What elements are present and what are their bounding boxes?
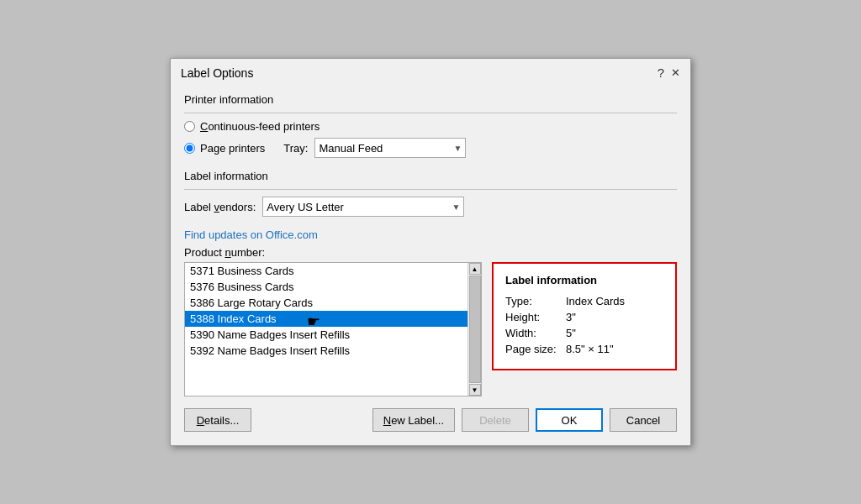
- width-key: Width:: [505, 327, 566, 339]
- label-info-pagesize-row: Page size: 8.5" × 11": [505, 343, 663, 355]
- product-item[interactable]: 5388 Index Cards: [185, 311, 467, 327]
- close-icon[interactable]: ✕: [671, 66, 680, 79]
- pagesize-val: 8.5" × 11": [566, 343, 614, 355]
- product-item[interactable]: 5376 Business Cards: [185, 279, 467, 295]
- product-list-container: 5371 Business Cards5376 Business Cards53…: [184, 262, 482, 396]
- label-info-height-row: Height: 3": [505, 311, 663, 323]
- vendor-value: Avery US Letter: [267, 201, 452, 213]
- product-item[interactable]: 5371 Business Cards: [185, 263, 467, 279]
- type-val: Index Cards: [566, 295, 625, 307]
- scroll-up-btn[interactable]: ▲: [469, 263, 481, 275]
- label-info-box: Label information Type: Index Cards Heig…: [492, 262, 677, 370]
- product-label: Product number:: [184, 246, 677, 259]
- button-group-right: OK Cancel: [536, 408, 677, 432]
- ok-button[interactable]: OK: [536, 408, 603, 432]
- title-bar: Label Options ? ✕: [171, 59, 690, 83]
- product-list[interactable]: 5371 Business Cards5376 Business Cards53…: [185, 263, 481, 396]
- new-label-button[interactable]: New Label...: [372, 408, 455, 432]
- tray-dropdown-arrow: ▼: [454, 144, 462, 153]
- height-val: 3": [566, 311, 576, 323]
- label-section: Label information Label vendors: Avery U…: [184, 170, 677, 217]
- scroll-down-btn[interactable]: ▼: [469, 384, 481, 396]
- continuous-feed-label[interactable]: CContinuous-feed printersontinuous-feed …: [200, 120, 320, 133]
- label-section-label: Label information: [184, 170, 677, 182]
- pagesize-key: Page size:: [505, 343, 566, 355]
- label-options-dialog: Label Options ? ✕ Printer information CC…: [170, 58, 691, 446]
- details-button[interactable]: Details...: [184, 408, 251, 432]
- width-val: 5": [566, 327, 576, 339]
- label-info-type-row: Type: Index Cards: [505, 295, 663, 307]
- tray-value: Manual Feed: [319, 142, 453, 155]
- tray-dropdown[interactable]: Manual Feed ▼: [314, 138, 466, 158]
- tray-label: Tray:: [283, 142, 308, 155]
- scrollbar[interactable]: ▲ ▼: [467, 263, 481, 396]
- page-printers-row: Page printers Tray: Manual Feed ▼: [184, 138, 677, 158]
- printer-section: Printer information CContinuous-feed pri…: [184, 93, 677, 158]
- find-updates-link[interactable]: Find updates on Office.com: [184, 228, 318, 241]
- continuous-feed-radio[interactable]: [184, 121, 195, 132]
- continuous-feed-row: CContinuous-feed printersontinuous-feed …: [184, 120, 677, 133]
- type-key: Type:: [505, 295, 566, 307]
- button-row: Details... New Label... Delete OK Cancel: [184, 408, 677, 432]
- height-key: Height:: [505, 311, 566, 323]
- button-group-left: Details... New Label... Delete: [184, 408, 529, 432]
- printer-section-label: Printer information: [184, 93, 677, 106]
- delete-button[interactable]: Delete: [462, 408, 529, 432]
- label-info-width-row: Width: 5": [505, 327, 663, 339]
- vendor-dropdown-arrow: ▼: [452, 202, 460, 212]
- main-row: 5371 Business Cards5376 Business Cards53…: [184, 262, 677, 396]
- page-printers-radio[interactable]: [184, 143, 195, 154]
- tray-row: Tray: Manual Feed ▼: [283, 138, 466, 158]
- title-bar-controls: ? ✕: [658, 66, 680, 80]
- vendor-label: Label vendors:: [184, 201, 256, 213]
- cancel-button[interactable]: Cancel: [610, 408, 677, 432]
- product-item[interactable]: 5386 Large Rotary Cards: [185, 295, 467, 311]
- help-icon[interactable]: ?: [658, 66, 664, 80]
- page-printers-label[interactable]: Page printers: [200, 142, 265, 155]
- dialog-title: Label Options: [181, 66, 253, 80]
- scroll-thumb[interactable]: [469, 276, 481, 383]
- product-item[interactable]: 5392 Name Badges Insert Refills: [185, 343, 467, 359]
- product-item[interactable]: 5390 Name Badges Insert Refills: [185, 327, 467, 343]
- vendor-dropdown[interactable]: Avery US Letter ▼: [262, 197, 464, 217]
- label-info-title: Label information: [505, 274, 663, 286]
- dialog-body: Printer information CContinuous-feed pri…: [171, 83, 690, 445]
- vendor-row: Label vendors: Avery US Letter ▼: [184, 197, 677, 217]
